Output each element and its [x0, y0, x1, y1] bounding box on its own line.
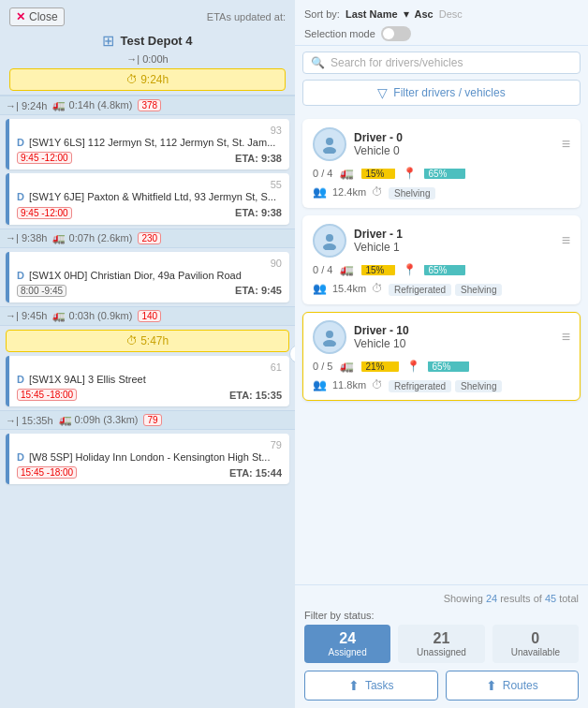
- driver-1-orders: 0 / 4: [313, 264, 332, 275]
- separator-1: →| 9:24h 🚛 0:14h (4.8km) 378: [0, 96, 295, 115]
- driver-0-menu-icon[interactable]: ≡: [562, 136, 570, 153]
- sep4-time: →| 15:35h: [6, 415, 53, 426]
- search-icon: 🔍: [311, 56, 325, 69]
- tag-refrigerated-1: Refrigerated: [389, 284, 451, 296]
- tasks-label: Tasks: [365, 679, 394, 692]
- stop1-window: 9:45 -12:00: [17, 152, 72, 164]
- svg-point-4: [326, 331, 333, 338]
- stop4-window: 15:45 -18:00: [17, 389, 77, 401]
- close-label: Close: [29, 10, 58, 23]
- location-icon-0: 📍: [403, 167, 417, 180]
- close-icon: ✕: [16, 10, 25, 23]
- driver-1-menu-icon[interactable]: ≡: [562, 232, 570, 249]
- stop4-postcode: [SW1X 9AL]: [29, 374, 85, 385]
- sep2-time: →| 9:38h: [6, 232, 47, 243]
- sort-row: Sort by: Last Name ▾ Asc Desc: [304, 7, 579, 21]
- yellow-bar2-time: ⏱ 5:47h: [126, 334, 169, 347]
- filter-status-label: Filter by status:: [304, 610, 579, 621]
- sep1-time: →| 9:24h: [6, 100, 47, 111]
- close-button[interactable]: ✕ Close: [9, 7, 65, 26]
- driver-0-dist: 12.4km: [332, 186, 366, 198]
- driver-0-teal-bar: 65%: [424, 167, 465, 180]
- search-box[interactable]: 🔍 Search for drivers/vehicles: [302, 52, 581, 74]
- unassigned-count: 21: [402, 630, 480, 647]
- routes-upload-icon: ⬆: [486, 678, 497, 693]
- stop5-num: 79: [271, 439, 282, 450]
- sep4-dist: 🚛 0:09h (3.3km): [59, 414, 139, 426]
- driver-1-tags: Refrigerated Shelving: [389, 284, 502, 296]
- people-icon-1: 👥: [313, 282, 327, 295]
- stop-card-4[interactable]: 61 D [SW1X 9AL] 3 Ellis Street 15:45 -18…: [6, 356, 289, 406]
- stop3-eta: ETA: 9:45: [235, 285, 282, 296]
- sort-field[interactable]: Last Name: [345, 8, 398, 20]
- driver-card-1[interactable]: Driver - 1 Vehicle 1 ≡ 0 / 4 🚛 15% 📍 65%…: [302, 215, 581, 304]
- truck-icon-10: 🚛: [340, 360, 354, 373]
- sep2-count: 230: [138, 232, 161, 244]
- driver-10-teal-bar: 65%: [428, 360, 469, 373]
- driver-0-bar: 15%: [361, 167, 395, 180]
- separator-2: →| 9:38h 🚛 0:07h (2.6km) 230: [0, 229, 295, 248]
- stop-card-2[interactable]: 55 D [SW1Y 6JE] Paxton & Whitfield Ltd, …: [6, 173, 289, 224]
- stop-card-3[interactable]: 90 D [SW1X 0HD] Christian Dior, 49a Pavi…: [6, 252, 289, 302]
- stop2-window: 9:45 -12:00: [17, 207, 72, 219]
- tag-shelving-1: Shelving: [455, 284, 502, 296]
- stop4-addr-text: 3 Ellis Street: [88, 374, 146, 385]
- driver-1-bar: 15%: [361, 263, 395, 276]
- driver-10-tags: Refrigerated Shelving: [389, 380, 502, 392]
- yellow-time-bar-2: ⏱ 5:47h: [6, 330, 289, 352]
- status-tab-unavailable[interactable]: 0 Unavailable: [492, 625, 579, 663]
- tag-refrigerated-10: Refrigerated: [389, 380, 451, 392]
- avatar-10: [313, 320, 346, 354]
- status-tabs: 24 Assigned 21 Unassigned 0 Unavailable: [304, 625, 579, 663]
- stop2-postcode: [SW1Y 6JE]: [29, 191, 84, 202]
- sep1-count: 378: [138, 99, 161, 111]
- driver-10-name: Driver - 10: [354, 324, 409, 337]
- stop-card-1[interactable]: 93 D [SW1Y 6LS] 112 Jermyn St, 112 Jermy…: [6, 119, 289, 170]
- stop1-addr-text: 112 Jermyn St, 112 Jermyn St, St. Jam...: [88, 137, 276, 148]
- svg-point-3: [323, 243, 336, 250]
- stop3-postcode: [SW1X 0HD]: [29, 270, 87, 281]
- stop4-eta: ETA: 15:35: [229, 390, 282, 401]
- tasks-button[interactable]: ⬆ Tasks: [304, 671, 438, 701]
- filter-label: Filter drivers / vehicles: [393, 86, 505, 99]
- selection-mode-toggle[interactable]: [381, 26, 411, 41]
- driver-card-0[interactable]: Driver - 0 Vehicle 0 ≡ 0 / 4 🚛 15% 📍 65%…: [302, 119, 581, 208]
- depot-time-arrow: →| 0:00h: [9, 53, 286, 65]
- sep1-dist: 🚛 0:14h (4.8km): [52, 99, 132, 111]
- avatar-0: [313, 127, 346, 161]
- bottom-buttons: ⬆ Tasks ⬆ Routes: [304, 671, 579, 701]
- tag-shelving-10: Shelving: [455, 380, 502, 392]
- driver-1-dist: 15.4km: [332, 283, 366, 294]
- sep2-dist: 🚛 0:07h (2.6km): [52, 232, 132, 244]
- filter-button[interactable]: ▽ Filter drivers / vehicles: [302, 80, 581, 106]
- stop5-address: D [W8 5SP] Holiday Inn London - Kensingt…: [17, 450, 282, 464]
- sep3-dist: 🚛 0:03h (0.9km): [52, 310, 132, 322]
- status-tab-unassigned[interactable]: 21 Unassigned: [398, 625, 484, 663]
- status-tab-assigned[interactable]: 24 Assigned: [304, 625, 390, 663]
- driver-10-menu-icon[interactable]: ≡: [562, 329, 570, 346]
- stop5-postcode: [W8 5SP]: [29, 451, 72, 463]
- clock-icon-1: ⏱: [372, 282, 383, 295]
- sort-asc[interactable]: Asc: [415, 8, 434, 20]
- stop-card-5[interactable]: 79 D [W8 5SP] Holiday Inn London - Kensi…: [6, 434, 289, 484]
- driver-1-teal-bar: 65%: [424, 263, 465, 276]
- truck-icon-0: 🚛: [340, 167, 354, 180]
- stop3-num: 90: [271, 258, 282, 269]
- stop1-address: D [SW1Y 6LS] 112 Jermyn St, 112 Jermyn S…: [17, 136, 282, 149]
- truck-icon-1: 🚛: [340, 263, 354, 276]
- driver-card-10[interactable]: Driver - 10 Vehicle 10 ≡ 0 / 5 🚛 21% 📍 6…: [302, 312, 581, 401]
- separator-3: →| 9:45h 🚛 0:03h (0.9km) 140: [0, 306, 295, 326]
- routes-button[interactable]: ⬆ Routes: [446, 671, 580, 701]
- clock-icon-0: ⏱: [372, 185, 383, 199]
- sort-desc[interactable]: Desc: [439, 8, 463, 20]
- driver-10-bar: 21%: [361, 360, 399, 373]
- svg-point-2: [326, 234, 333, 242]
- stop3-addr-text: Christian Dior, 49a Pavilion Road: [90, 270, 241, 281]
- assigned-count: 24: [308, 630, 387, 647]
- stop3-window: 8:00 -9:45: [17, 285, 66, 297]
- stop1-num: 93: [271, 125, 282, 136]
- stop2-num: 55: [271, 179, 282, 190]
- sort-label: Sort by:: [304, 8, 340, 20]
- people-icon-0: 👥: [313, 185, 327, 199]
- filter-icon: ▽: [377, 85, 388, 100]
